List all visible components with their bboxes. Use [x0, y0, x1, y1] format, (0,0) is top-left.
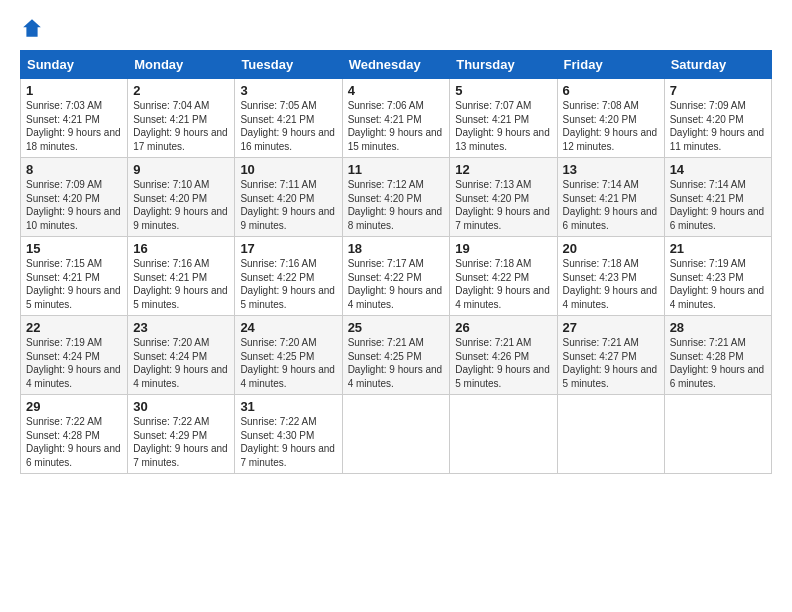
calendar-week-row: 29 Sunrise: 7:22 AM Sunset: 4:28 PM Dayl… — [21, 395, 772, 474]
calendar-cell: 27 Sunrise: 7:21 AM Sunset: 4:27 PM Dayl… — [557, 316, 664, 395]
calendar-cell: 12 Sunrise: 7:13 AM Sunset: 4:20 PM Dayl… — [450, 158, 557, 237]
calendar-header-row: SundayMondayTuesdayWednesdayThursdayFrid… — [21, 51, 772, 79]
day-number: 26 — [455, 320, 551, 335]
calendar-day-header: Monday — [128, 51, 235, 79]
logo-icon — [20, 16, 44, 40]
day-number: 25 — [348, 320, 445, 335]
calendar-cell: 17 Sunrise: 7:16 AM Sunset: 4:22 PM Dayl… — [235, 237, 342, 316]
day-info: Sunrise: 7:22 AM Sunset: 4:29 PM Dayligh… — [133, 415, 229, 469]
calendar-cell — [450, 395, 557, 474]
day-info: Sunrise: 7:05 AM Sunset: 4:21 PM Dayligh… — [240, 99, 336, 153]
calendar-week-row: 22 Sunrise: 7:19 AM Sunset: 4:24 PM Dayl… — [21, 316, 772, 395]
day-number: 30 — [133, 399, 229, 414]
day-info: Sunrise: 7:17 AM Sunset: 4:22 PM Dayligh… — [348, 257, 445, 311]
calendar-day-header: Thursday — [450, 51, 557, 79]
calendar-cell: 19 Sunrise: 7:18 AM Sunset: 4:22 PM Dayl… — [450, 237, 557, 316]
day-number: 6 — [563, 83, 659, 98]
day-number: 18 — [348, 241, 445, 256]
calendar-cell: 29 Sunrise: 7:22 AM Sunset: 4:28 PM Dayl… — [21, 395, 128, 474]
day-number: 12 — [455, 162, 551, 177]
calendar-cell — [557, 395, 664, 474]
calendar-cell: 13 Sunrise: 7:14 AM Sunset: 4:21 PM Dayl… — [557, 158, 664, 237]
day-info: Sunrise: 7:14 AM Sunset: 4:21 PM Dayligh… — [670, 178, 766, 232]
day-info: Sunrise: 7:20 AM Sunset: 4:24 PM Dayligh… — [133, 336, 229, 390]
day-info: Sunrise: 7:22 AM Sunset: 4:30 PM Dayligh… — [240, 415, 336, 469]
calendar-table: SundayMondayTuesdayWednesdayThursdayFrid… — [20, 50, 772, 474]
day-number: 2 — [133, 83, 229, 98]
calendar-cell: 15 Sunrise: 7:15 AM Sunset: 4:21 PM Dayl… — [21, 237, 128, 316]
calendar-cell: 1 Sunrise: 7:03 AM Sunset: 4:21 PM Dayli… — [21, 79, 128, 158]
day-number: 24 — [240, 320, 336, 335]
day-info: Sunrise: 7:09 AM Sunset: 4:20 PM Dayligh… — [26, 178, 122, 232]
logo — [20, 16, 46, 40]
calendar-day-header: Friday — [557, 51, 664, 79]
calendar-cell: 22 Sunrise: 7:19 AM Sunset: 4:24 PM Dayl… — [21, 316, 128, 395]
day-number: 27 — [563, 320, 659, 335]
calendar-cell: 4 Sunrise: 7:06 AM Sunset: 4:21 PM Dayli… — [342, 79, 450, 158]
calendar-cell — [664, 395, 771, 474]
day-info: Sunrise: 7:21 AM Sunset: 4:28 PM Dayligh… — [670, 336, 766, 390]
day-number: 29 — [26, 399, 122, 414]
calendar-cell — [342, 395, 450, 474]
day-number: 5 — [455, 83, 551, 98]
calendar-cell: 21 Sunrise: 7:19 AM Sunset: 4:23 PM Dayl… — [664, 237, 771, 316]
day-number: 14 — [670, 162, 766, 177]
day-info: Sunrise: 7:21 AM Sunset: 4:27 PM Dayligh… — [563, 336, 659, 390]
day-info: Sunrise: 7:14 AM Sunset: 4:21 PM Dayligh… — [563, 178, 659, 232]
day-number: 13 — [563, 162, 659, 177]
svg-marker-0 — [23, 19, 41, 37]
day-number: 22 — [26, 320, 122, 335]
day-info: Sunrise: 7:10 AM Sunset: 4:20 PM Dayligh… — [133, 178, 229, 232]
day-info: Sunrise: 7:16 AM Sunset: 4:21 PM Dayligh… — [133, 257, 229, 311]
day-number: 28 — [670, 320, 766, 335]
calendar-week-row: 1 Sunrise: 7:03 AM Sunset: 4:21 PM Dayli… — [21, 79, 772, 158]
calendar-cell: 7 Sunrise: 7:09 AM Sunset: 4:20 PM Dayli… — [664, 79, 771, 158]
calendar-week-row: 15 Sunrise: 7:15 AM Sunset: 4:21 PM Dayl… — [21, 237, 772, 316]
day-info: Sunrise: 7:21 AM Sunset: 4:25 PM Dayligh… — [348, 336, 445, 390]
day-info: Sunrise: 7:19 AM Sunset: 4:23 PM Dayligh… — [670, 257, 766, 311]
day-info: Sunrise: 7:08 AM Sunset: 4:20 PM Dayligh… — [563, 99, 659, 153]
day-number: 7 — [670, 83, 766, 98]
day-info: Sunrise: 7:07 AM Sunset: 4:21 PM Dayligh… — [455, 99, 551, 153]
day-number: 1 — [26, 83, 122, 98]
day-info: Sunrise: 7:16 AM Sunset: 4:22 PM Dayligh… — [240, 257, 336, 311]
day-number: 10 — [240, 162, 336, 177]
calendar-cell: 9 Sunrise: 7:10 AM Sunset: 4:20 PM Dayli… — [128, 158, 235, 237]
day-number: 15 — [26, 241, 122, 256]
calendar-cell: 23 Sunrise: 7:20 AM Sunset: 4:24 PM Dayl… — [128, 316, 235, 395]
calendar-cell: 11 Sunrise: 7:12 AM Sunset: 4:20 PM Dayl… — [342, 158, 450, 237]
day-number: 19 — [455, 241, 551, 256]
calendar-week-row: 8 Sunrise: 7:09 AM Sunset: 4:20 PM Dayli… — [21, 158, 772, 237]
day-number: 31 — [240, 399, 336, 414]
day-number: 17 — [240, 241, 336, 256]
day-info: Sunrise: 7:11 AM Sunset: 4:20 PM Dayligh… — [240, 178, 336, 232]
calendar-cell: 8 Sunrise: 7:09 AM Sunset: 4:20 PM Dayli… — [21, 158, 128, 237]
calendar-cell: 5 Sunrise: 7:07 AM Sunset: 4:21 PM Dayli… — [450, 79, 557, 158]
calendar-cell: 31 Sunrise: 7:22 AM Sunset: 4:30 PM Dayl… — [235, 395, 342, 474]
day-number: 4 — [348, 83, 445, 98]
day-number: 21 — [670, 241, 766, 256]
calendar-day-header: Wednesday — [342, 51, 450, 79]
day-info: Sunrise: 7:13 AM Sunset: 4:20 PM Dayligh… — [455, 178, 551, 232]
calendar-day-header: Sunday — [21, 51, 128, 79]
day-number: 8 — [26, 162, 122, 177]
day-info: Sunrise: 7:09 AM Sunset: 4:20 PM Dayligh… — [670, 99, 766, 153]
day-info: Sunrise: 7:12 AM Sunset: 4:20 PM Dayligh… — [348, 178, 445, 232]
day-info: Sunrise: 7:18 AM Sunset: 4:22 PM Dayligh… — [455, 257, 551, 311]
day-info: Sunrise: 7:20 AM Sunset: 4:25 PM Dayligh… — [240, 336, 336, 390]
calendar-cell: 30 Sunrise: 7:22 AM Sunset: 4:29 PM Dayl… — [128, 395, 235, 474]
day-info: Sunrise: 7:15 AM Sunset: 4:21 PM Dayligh… — [26, 257, 122, 311]
calendar-cell: 16 Sunrise: 7:16 AM Sunset: 4:21 PM Dayl… — [128, 237, 235, 316]
day-info: Sunrise: 7:04 AM Sunset: 4:21 PM Dayligh… — [133, 99, 229, 153]
calendar-cell: 3 Sunrise: 7:05 AM Sunset: 4:21 PM Dayli… — [235, 79, 342, 158]
calendar-cell: 25 Sunrise: 7:21 AM Sunset: 4:25 PM Dayl… — [342, 316, 450, 395]
page-header — [20, 16, 772, 40]
day-info: Sunrise: 7:03 AM Sunset: 4:21 PM Dayligh… — [26, 99, 122, 153]
calendar-cell: 24 Sunrise: 7:20 AM Sunset: 4:25 PM Dayl… — [235, 316, 342, 395]
calendar-cell: 14 Sunrise: 7:14 AM Sunset: 4:21 PM Dayl… — [664, 158, 771, 237]
day-info: Sunrise: 7:21 AM Sunset: 4:26 PM Dayligh… — [455, 336, 551, 390]
calendar-cell: 26 Sunrise: 7:21 AM Sunset: 4:26 PM Dayl… — [450, 316, 557, 395]
calendar-cell: 10 Sunrise: 7:11 AM Sunset: 4:20 PM Dayl… — [235, 158, 342, 237]
calendar-day-header: Tuesday — [235, 51, 342, 79]
day-info: Sunrise: 7:06 AM Sunset: 4:21 PM Dayligh… — [348, 99, 445, 153]
